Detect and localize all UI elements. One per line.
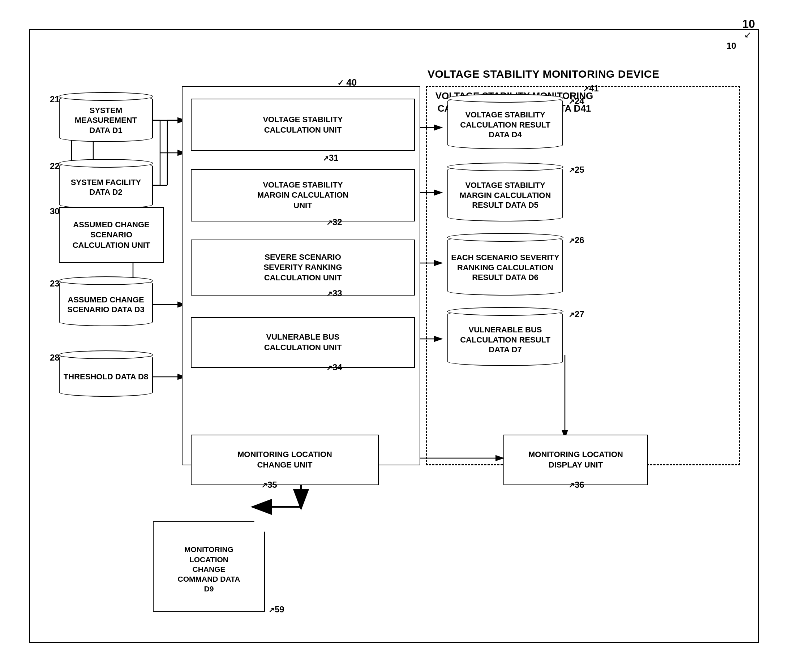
ref-10-outside: 10 bbox=[742, 18, 755, 31]
assumed-change-scenario-data-cylinder: ASSUMED CHANGESCENARIO DATA D3 bbox=[59, 279, 153, 326]
voltage-stability-margin-box: VOLTAGE STABILITYMARGIN CALCULATIONUNIT bbox=[191, 169, 415, 221]
ref-59: ↗59 bbox=[269, 605, 285, 614]
ref-31: ↗31 bbox=[323, 153, 339, 163]
system-measurement-cylinder: SYSTEM MEASUREMENT DATA D1 bbox=[59, 95, 153, 142]
ref-30: 30 bbox=[50, 206, 60, 216]
ref-26: ↗26 bbox=[568, 235, 584, 245]
device-title: VOLTAGE STABILITY MONITORING DEVICE bbox=[427, 68, 659, 80]
vulnerable-bus-result-cylinder: VULNERABLE BUSCALCULATION RESULTDATA D7 bbox=[447, 310, 563, 366]
monitoring-location-display-box: MONITORING LOCATIONDISPLAY UNIT bbox=[503, 435, 648, 485]
assumed-change-scenario-calc-box: ASSUMED CHANGESCENARIOCALCULATION UNIT bbox=[59, 207, 164, 263]
ref-33: ↗33 bbox=[327, 288, 342, 298]
main-diagram: 10 VOLTAGE STABILITY MONITORING DEVICE ✓… bbox=[29, 29, 759, 643]
voltage-stability-margin-result-cylinder: VOLTAGE STABILITYMARGIN CALCULATIONRESUL… bbox=[447, 165, 563, 221]
ref-40: ✓ 40 bbox=[337, 77, 357, 88]
system-facility-cylinder: SYSTEM FACILITY DATA D2 bbox=[59, 162, 153, 209]
vulnerable-bus-calc-box: VULNERABLE BUSCALCULATION UNIT bbox=[191, 317, 415, 368]
ref-28: 28 bbox=[50, 353, 60, 363]
ref-21: 21 bbox=[50, 94, 60, 104]
monitoring-command-data-box: MONITORINGLOCATIONCHANGECOMMAND DATAD9 bbox=[153, 522, 265, 612]
ref-23: 23 bbox=[50, 278, 60, 289]
ref-25: ↗25 bbox=[568, 165, 584, 175]
ref-35: ↗35 bbox=[261, 480, 277, 490]
ref-22: 22 bbox=[50, 161, 60, 171]
ref-32: ↗32 bbox=[327, 217, 342, 227]
ref-10: 10 bbox=[727, 41, 736, 51]
scenario-severity-result-cylinder: EACH SCENARIO SEVERITYRANKING CALCULATIO… bbox=[447, 236, 563, 296]
ref-36: ↗36 bbox=[568, 480, 584, 490]
voltage-stability-result-cylinder: VOLTAGE STABILITYCALCULATION RESULTDATA … bbox=[447, 97, 563, 149]
severe-scenario-box: SEVERE SCENARIOSEVERITY RANKINGCALCULATI… bbox=[191, 240, 415, 296]
ref-24: ↗24 bbox=[568, 96, 584, 106]
ref-34: ↗34 bbox=[327, 362, 342, 373]
ref-10-arrow: ↙ bbox=[744, 30, 751, 40]
monitoring-location-change-box: MONITORING LOCATIONCHANGE UNIT bbox=[191, 435, 379, 485]
threshold-data-cylinder: THRESHOLD DATA D8 bbox=[59, 354, 153, 397]
voltage-stability-calc-box: VOLTAGE STABILITYCALCULATION UNIT bbox=[191, 99, 415, 151]
ref-27: ↗27 bbox=[568, 309, 584, 319]
